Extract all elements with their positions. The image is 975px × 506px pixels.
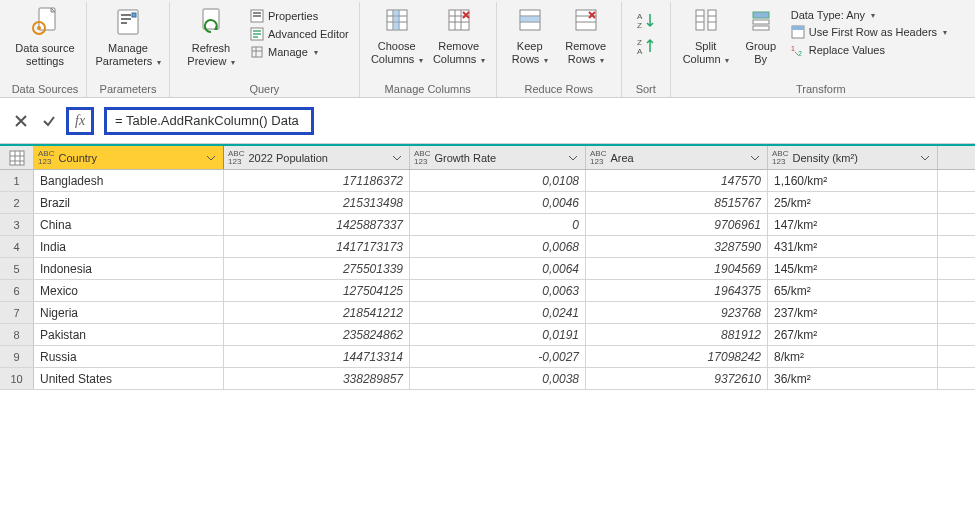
confirm-formula-button[interactable] [38,110,60,132]
cell-country[interactable]: Indonesia [34,258,224,279]
cell-density[interactable]: 431/km² [768,236,938,257]
keep-rows-label: Keep Rows [512,40,543,65]
cell-area[interactable]: 923768 [586,302,768,323]
table-row[interactable]: 9Russia144713314-0,0027170982428/km² [0,346,975,368]
cell-population[interactable]: 218541212 [224,302,410,323]
select-all-corner[interactable] [0,146,34,169]
table-row[interactable]: 2Brazil2153134980,0046851576725/km² [0,192,975,214]
cell-population[interactable]: 235824862 [224,324,410,345]
table-row[interactable]: 8Pakistan2358248620,0191881912267/km² [0,324,975,346]
filter-button[interactable] [747,150,763,166]
filter-button[interactable] [203,150,219,166]
cell-growth[interactable]: 0 [410,214,586,235]
data-source-settings-button[interactable]: Data source settings [10,2,80,71]
ribbon-group-manage-columns: Choose Columns ▾ Remove Columns ▾ Manage… [360,2,497,97]
cell-density[interactable]: 145/km² [768,258,938,279]
column-header-area[interactable]: ABC 123 Area [586,146,768,169]
cell-country[interactable]: Mexico [34,280,224,301]
cell-country[interactable]: India [34,236,224,257]
svg-text:Z: Z [637,38,642,47]
cell-country[interactable]: Russia [34,346,224,367]
split-column-button[interactable]: Split Column ▾ [677,2,735,69]
refresh-preview-button[interactable]: Refresh Preview ▾ [176,2,246,71]
svg-rect-4 [121,14,131,16]
cell-growth[interactable]: 0,0108 [410,170,586,191]
cell-country[interactable]: Bangladesh [34,170,224,191]
cell-area[interactable]: 9372610 [586,368,768,389]
filter-button[interactable] [565,150,581,166]
cell-country[interactable]: Nigeria [34,302,224,323]
table-row[interactable]: 1Bangladesh1711863720,01081475701,160/km… [0,170,975,192]
cell-area[interactable]: 3287590 [586,236,768,257]
fx-button[interactable]: fx [66,107,94,135]
cell-density[interactable]: 36/km² [768,368,938,389]
cell-growth[interactable]: 0,0191 [410,324,586,345]
cell-growth[interactable]: 0,0046 [410,192,586,213]
cell-population[interactable]: 171186372 [224,170,410,191]
advanced-editor-button[interactable]: Advanced Editor [246,26,353,42]
remove-columns-label: Remove Columns [433,40,479,65]
cell-density[interactable]: 65/km² [768,280,938,301]
table-row[interactable]: 4India14171731730,00683287590431/km² [0,236,975,258]
cell-area[interactable]: 8515767 [586,192,768,213]
svg-rect-6 [121,22,127,24]
cell-density[interactable]: 147/km² [768,214,938,235]
table-row[interactable]: 7Nigeria2185412120,0241923768237/km² [0,302,975,324]
cell-growth[interactable]: 0,0063 [410,280,586,301]
group-by-button[interactable]: Group By [735,2,787,69]
filter-button[interactable] [917,150,933,166]
column-header-population[interactable]: ABC 123 2022 Population [224,146,410,169]
cell-density[interactable]: 237/km² [768,302,938,323]
formula-input[interactable]: = Table.AddRankColumn() Data [104,107,314,135]
cell-growth[interactable]: 0,0038 [410,368,586,389]
cell-area[interactable]: 1964375 [586,280,768,301]
cell-country[interactable]: Brazil [34,192,224,213]
cell-growth[interactable]: 0,0241 [410,302,586,323]
cell-population[interactable]: 215313498 [224,192,410,213]
manage-button[interactable]: Manage▾ [246,44,353,60]
cell-growth[interactable]: 0,0064 [410,258,586,279]
manage-parameters-button[interactable]: Manage Parameters ▾ [93,2,163,71]
cell-population[interactable]: 1425887337 [224,214,410,235]
keep-rows-button[interactable]: Keep Rows ▾ [503,2,557,69]
column-header-density[interactable]: ABC 123 Density (km²) [768,146,938,169]
cell-density[interactable]: 1,160/km² [768,170,938,191]
cell-growth[interactable]: -0,0027 [410,346,586,367]
cell-country[interactable]: United States [34,368,224,389]
filter-button[interactable] [389,150,405,166]
table-row[interactable]: 6Mexico1275041250,0063196437565/km² [0,280,975,302]
column-header-label: Density (km²) [792,152,857,164]
cell-population[interactable]: 338289857 [224,368,410,389]
cell-area[interactable]: 1904569 [586,258,768,279]
table-row[interactable]: 5Indonesia2755013390,00641904569145/km² [0,258,975,280]
cell-population[interactable]: 144713314 [224,346,410,367]
table-row[interactable]: 3China142588733709706961147/km² [0,214,975,236]
cell-area[interactable]: 17098242 [586,346,768,367]
cell-country[interactable]: Pakistan [34,324,224,345]
properties-button[interactable]: Properties [246,8,353,24]
sort-descending-button[interactable]: ZA [634,34,658,58]
cell-area[interactable]: 147570 [586,170,768,191]
first-row-headers-button[interactable]: Use First Row as Headers▾ [787,24,951,40]
column-header-growth[interactable]: ABC 123 Growth Rate [410,146,586,169]
cell-density[interactable]: 25/km² [768,192,938,213]
cell-growth[interactable]: 0,0068 [410,236,586,257]
cell-country[interactable]: China [34,214,224,235]
sort-ascending-button[interactable]: AZ [634,8,658,32]
cell-area[interactable]: 881912 [586,324,768,345]
choose-columns-button[interactable]: Choose Columns ▾ [366,2,428,69]
cancel-formula-button[interactable] [10,110,32,132]
cell-population[interactable]: 1417173173 [224,236,410,257]
remove-rows-button[interactable]: Remove Rows ▾ [557,2,615,69]
cell-area[interactable]: 9706961 [586,214,768,235]
data-type-button[interactable]: Data Type: Any▾ [787,8,951,22]
remove-columns-button[interactable]: Remove Columns ▾ [428,2,490,69]
replace-values-button[interactable]: 12 Replace Values [787,42,951,58]
cell-density[interactable]: 267/km² [768,324,938,345]
column-header-country[interactable]: ABC 123 Country [34,146,224,169]
cell-population[interactable]: 275501339 [224,258,410,279]
table-row[interactable]: 10United States3382898570,0038937261036/… [0,368,975,390]
row-index: 9 [0,346,34,367]
cell-population[interactable]: 127504125 [224,280,410,301]
cell-density[interactable]: 8/km² [768,346,938,367]
